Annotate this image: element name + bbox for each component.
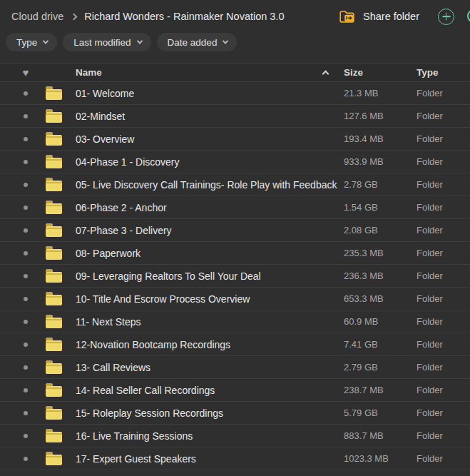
dot-icon: [24, 388, 28, 393]
folder-type: Folder: [404, 111, 470, 121]
folder-name[interactable]: 09- Leveraging Realtors To Sell Your Dea…: [71, 270, 338, 282]
favorite-cell[interactable]: [6, 251, 46, 255]
table-body: 01- Welcome 21.3 MB Folder 02-Mindset 12…: [0, 82, 470, 470]
favorite-cell[interactable]: [6, 137, 46, 141]
folder-name[interactable]: 16- Live Training Sessions: [71, 430, 338, 442]
table-row[interactable]: 08- Paperwork 235.3 MB Folder: [0, 242, 470, 265]
type-column-header[interactable]: Type: [404, 67, 470, 78]
favorite-cell[interactable]: [6, 183, 46, 187]
folder-name[interactable]: 04-Phase 1 - Discovery: [71, 156, 338, 168]
favorite-cell[interactable]: [6, 114, 46, 118]
filter-date-added-button[interactable]: Date added: [157, 33, 237, 51]
folder-type: Folder: [404, 339, 470, 350]
table-row[interactable]: 03- Overview 193.4 MB Folder: [0, 128, 470, 151]
favorite-cell[interactable]: [6, 160, 46, 164]
folder-name[interactable]: 11- Next Steps: [71, 316, 338, 328]
folder-icon: [46, 226, 62, 237]
favorite-cell[interactable]: [6, 388, 46, 393]
folder-type: Folder: [404, 88, 470, 98]
name-column-header[interactable]: Name: [71, 67, 338, 78]
favorite-cell[interactable]: [6, 274, 46, 278]
folder-name[interactable]: 14- Real Seller Call Recordings: [71, 385, 338, 396]
folder-name[interactable]: 17- Expert Guest Speakers: [71, 453, 338, 465]
dot-icon: [24, 251, 28, 255]
folder-name[interactable]: 01- Welcome: [71, 88, 338, 99]
chevron-down-icon: [136, 38, 142, 44]
table-row[interactable]: 16- Live Training Sessions 883.7 MB Fold…: [0, 425, 470, 447]
table-row[interactable]: 14- Real Seller Call Recordings 238.7 MB…: [0, 379, 470, 402]
favorite-cell[interactable]: [6, 91, 46, 96]
icon-cell: [46, 338, 71, 351]
filter-last-modified-label: Last modified: [73, 37, 131, 48]
table-row[interactable]: 04-Phase 1 - Discovery 933.9 MB Folder: [0, 151, 470, 173]
folder-name[interactable]: 03- Overview: [71, 133, 338, 145]
folder-name[interactable]: 12-Novation Bootcamp Recordings: [71, 339, 338, 350]
folder-name[interactable]: 06-Phase 2 - Anchor: [71, 202, 338, 213]
folder-size: 2.08 GB: [338, 225, 404, 236]
folder-name[interactable]: 13- Call Reviews: [71, 362, 338, 373]
icon-cell: [46, 246, 71, 260]
chevron-up-icon[interactable]: [322, 70, 329, 77]
share-folder-label: Share folder: [363, 11, 419, 22]
icon-cell: [46, 406, 71, 420]
folder-type: Folder: [404, 430, 470, 441]
folder-icon: [46, 363, 62, 374]
favorite-cell[interactable]: [6, 297, 46, 301]
breadcrumb-current: Richard Wonders - Rainmaker Novation 3.0: [84, 11, 284, 22]
folder-name[interactable]: 05- Live Discovery Call Trainings- Role …: [71, 179, 338, 191]
favorite-cell[interactable]: [6, 206, 46, 210]
folder-icon: [46, 249, 62, 260]
favorite-cell[interactable]: [6, 434, 46, 438]
partial-edge-button[interactable]: [467, 9, 470, 23]
dot-icon: [24, 137, 28, 141]
folder-name[interactable]: 02-Mindset: [71, 111, 338, 122]
icon-cell: [46, 132, 71, 146]
table-row[interactable]: 15- Roleplay Session Recordings 5.79 GB …: [0, 402, 470, 425]
folder-icon: [46, 386, 62, 397]
table-row[interactable]: 11- Next Steps 60.9 MB Folder: [0, 310, 470, 333]
favorite-cell[interactable]: [6, 228, 46, 233]
favorite-column-header[interactable]: ♥: [6, 67, 46, 78]
dot-icon: [24, 434, 28, 438]
icon-cell: [46, 223, 71, 237]
folder-name[interactable]: 15- Roleplay Session Recordings: [71, 407, 338, 419]
dot-icon: [24, 320, 28, 324]
table-row[interactable]: 12-Novation Bootcamp Recordings 7.41 GB …: [0, 333, 470, 356]
favorite-cell[interactable]: [6, 343, 46, 347]
icon-cell: [46, 315, 71, 328]
folder-size: 236.3 MB: [338, 270, 404, 281]
folder-size: 1.54 GB: [338, 202, 404, 213]
table-row[interactable]: 07-Phase 3 - Delivery 2.08 GB Folder: [0, 219, 470, 242]
table-row[interactable]: 13- Call Reviews 2.79 GB Folder: [0, 356, 470, 379]
folder-type: Folder: [404, 362, 470, 373]
icon-cell: [46, 429, 71, 442]
plus-circle-icon[interactable]: [438, 9, 454, 25]
table-row[interactable]: 02-Mindset 127.6 MB Folder: [0, 105, 470, 128]
folder-type: Folder: [404, 453, 470, 464]
breadcrumb-root[interactable]: Cloud drive: [11, 11, 63, 22]
size-column-header[interactable]: Size: [338, 67, 404, 78]
table-row[interactable]: 10- Title And Escrow Process Overview 65…: [0, 288, 470, 310]
folder-size: 193.4 MB: [338, 133, 404, 144]
favorite-cell[interactable]: [6, 320, 46, 324]
table-row[interactable]: 09- Leveraging Realtors To Sell Your Dea…: [0, 265, 470, 288]
filter-type-button[interactable]: Type: [6, 33, 57, 51]
folder-name[interactable]: 07-Phase 3 - Delivery: [71, 225, 338, 236]
folder-type: Folder: [404, 248, 470, 258]
folder-name[interactable]: 08- Paperwork: [71, 248, 338, 259]
filter-type-label: Type: [16, 37, 37, 48]
icon-cell: [46, 109, 71, 123]
favorite-cell[interactable]: [6, 411, 46, 415]
folder-name[interactable]: 10- Title And Escrow Process Overview: [71, 293, 338, 305]
table-row[interactable]: 06-Phase 2 - Anchor 1.54 GB Folder: [0, 196, 470, 219]
favorite-cell[interactable]: [6, 457, 46, 461]
table-row[interactable]: 01- Welcome 21.3 MB Folder: [0, 82, 470, 105]
table-row[interactable]: 05- Live Discovery Call Trainings- Role …: [0, 173, 470, 196]
table-row[interactable]: 17- Expert Guest Speakers 1023.3 MB Fold…: [0, 447, 470, 470]
share-folder-button[interactable]: Share folder: [339, 9, 419, 24]
folder-size: 5.79 GB: [338, 407, 404, 418]
favorite-cell[interactable]: [6, 365, 46, 370]
filter-last-modified-button[interactable]: Last modified: [63, 33, 150, 51]
folder-size: 933.9 MB: [338, 156, 404, 167]
folder-size: 7.41 GB: [338, 339, 404, 350]
